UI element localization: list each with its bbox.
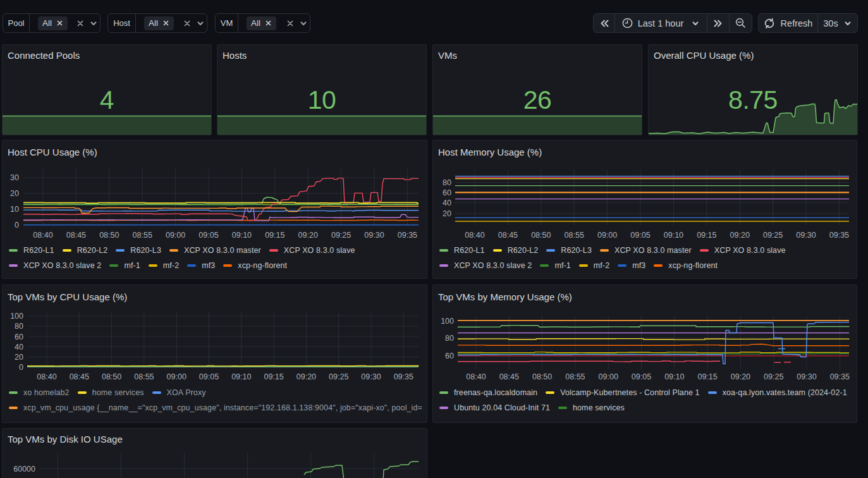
svg-text:09:10: 09:10 [232, 231, 252, 240]
svg-text:09:25: 09:25 [764, 372, 783, 381]
svg-text:09:05: 09:05 [199, 231, 218, 240]
svg-text:60: 60 [443, 188, 451, 197]
svg-text:08:55: 08:55 [134, 372, 154, 381]
svg-text:08:40: 08:40 [37, 372, 56, 381]
svg-text:09:00: 09:00 [597, 231, 617, 240]
svg-text:09:00: 09:00 [167, 372, 186, 381]
svg-text:09:30: 09:30 [797, 372, 816, 381]
svg-text:08:50: 08:50 [531, 231, 551, 240]
svg-text:09:35: 09:35 [830, 372, 850, 381]
svg-text:08:40: 08:40 [33, 231, 52, 240]
svg-text:09:00: 09:00 [166, 231, 185, 240]
svg-text:09:30: 09:30 [361, 372, 381, 381]
svg-text:40: 40 [443, 199, 451, 207]
svg-text:09:30: 09:30 [364, 231, 384, 240]
svg-text:08:50: 08:50 [102, 372, 121, 381]
svg-text:08:45: 08:45 [70, 372, 89, 381]
svg-text:09:20: 09:20 [730, 231, 750, 240]
svg-text:08:50: 08:50 [532, 372, 552, 381]
svg-text:60000: 60000 [13, 465, 35, 474]
svg-text:09:05: 09:05 [632, 372, 651, 381]
svg-text:09:35: 09:35 [394, 372, 413, 381]
svg-text:60: 60 [445, 352, 454, 360]
svg-text:08:40: 08:40 [465, 231, 484, 240]
svg-text:20: 20 [443, 209, 451, 218]
svg-text:80: 80 [15, 322, 23, 331]
svg-text:08:40: 08:40 [466, 372, 486, 381]
svg-text:09:20: 09:20 [731, 372, 750, 381]
svg-text:08:45: 08:45 [498, 231, 518, 240]
svg-text:20: 20 [15, 353, 23, 362]
svg-text:09:35: 09:35 [398, 231, 417, 240]
svg-text:08:55: 08:55 [565, 372, 585, 381]
svg-text:09:20: 09:20 [298, 231, 318, 240]
svg-text:08:55: 08:55 [565, 231, 584, 240]
svg-text:09:15: 09:15 [697, 231, 716, 240]
svg-text:100: 100 [10, 312, 23, 321]
svg-text:09:35: 09:35 [829, 231, 849, 240]
svg-text:09:20: 09:20 [296, 372, 316, 381]
svg-text:08:45: 08:45 [66, 231, 86, 240]
svg-text:100: 100 [441, 317, 454, 326]
svg-text:09:15: 09:15 [697, 372, 717, 381]
svg-text:80: 80 [443, 178, 451, 187]
svg-text:09:25: 09:25 [329, 372, 348, 381]
svg-text:0: 0 [15, 221, 19, 230]
svg-text:09:25: 09:25 [763, 231, 783, 240]
svg-text:09:10: 09:10 [664, 231, 683, 240]
svg-text:09:05: 09:05 [630, 231, 650, 240]
svg-text:09:10: 09:10 [231, 372, 251, 381]
svg-text:60: 60 [15, 333, 23, 341]
svg-text:09:10: 09:10 [664, 372, 684, 381]
svg-text:20: 20 [10, 189, 19, 198]
svg-text:09:15: 09:15 [265, 231, 284, 240]
svg-text:09:05: 09:05 [199, 372, 219, 381]
svg-text:08:55: 08:55 [133, 231, 152, 240]
svg-text:09:25: 09:25 [331, 231, 351, 240]
svg-text:08:50: 08:50 [99, 231, 119, 240]
svg-text:09:00: 09:00 [599, 372, 618, 381]
svg-text:40: 40 [15, 343, 23, 352]
svg-text:0: 0 [19, 363, 23, 372]
svg-text:30: 30 [10, 173, 19, 182]
svg-text:10: 10 [10, 205, 19, 214]
svg-text:80: 80 [445, 334, 454, 343]
svg-text:08:45: 08:45 [499, 372, 519, 381]
svg-text:09:15: 09:15 [264, 372, 283, 381]
svg-text:09:30: 09:30 [796, 231, 816, 240]
